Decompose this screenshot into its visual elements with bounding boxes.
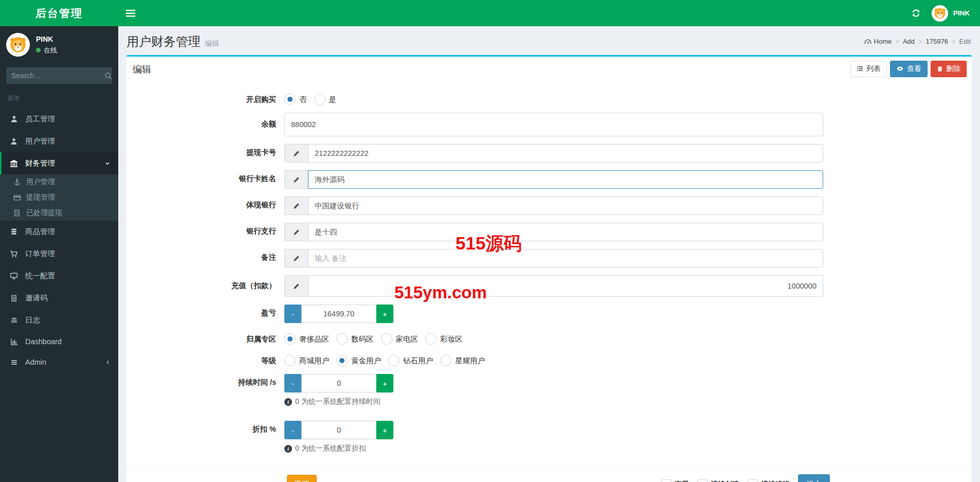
cart-icon <box>9 250 19 258</box>
duration-input[interactable] <box>301 374 376 392</box>
field-label: 体现银行 <box>133 197 284 215</box>
field-label: 等级 <box>133 352 284 366</box>
field-label: 盈亏 <box>133 305 284 323</box>
form-row-branch: 银行支行 <box>133 223 966 241</box>
branch-input[interactable] <box>308 223 823 241</box>
sidebar-item-staff[interactable]: 员工管理 <box>0 108 118 130</box>
radio-option-mall[interactable]: 商城用户 <box>284 355 329 366</box>
radio-option-yes[interactable]: 是 <box>314 94 337 105</box>
sidebar-item-config[interactable]: 统一配置 <box>0 265 118 287</box>
recharge-input[interactable] <box>308 275 823 297</box>
radio-icon <box>284 333 296 345</box>
profit-input[interactable] <box>301 305 376 323</box>
field-label: 归属专区 <box>133 331 284 345</box>
breadcrumb-home[interactable]: Home <box>864 38 892 45</box>
sidebar-item-goods[interactable]: 商品管理 <box>0 221 118 243</box>
plus-button[interactable]: + <box>376 374 393 392</box>
lines-icon <box>9 317 19 324</box>
discount-input[interactable] <box>301 421 376 439</box>
radio-option-appliance[interactable]: 家电区 <box>381 333 419 345</box>
card-no-input[interactable] <box>308 144 823 163</box>
submenu-item-user-finance[interactable]: 用户管理 <box>0 174 118 190</box>
list-button[interactable]: 列表 <box>850 61 887 77</box>
radio-icon <box>336 355 348 366</box>
field-label: 充值（扣款） <box>133 275 284 297</box>
search-input[interactable] <box>11 72 104 80</box>
search-icon[interactable] <box>104 72 112 80</box>
hamburger-icon[interactable] <box>118 0 143 26</box>
info-icon: i <box>284 398 292 406</box>
user-status: 在线 <box>36 46 57 55</box>
submenu-item-withdraw[interactable]: 提现管理 <box>0 190 118 205</box>
navbar-username: PINK <box>953 9 970 17</box>
card-title: 编辑 <box>133 62 151 76</box>
page-subtitle: 编辑 <box>205 39 219 47</box>
anchor-icon <box>13 178 21 186</box>
reset-button[interactable]: 重置 <box>287 475 317 482</box>
refresh-icon[interactable] <box>912 9 920 17</box>
breadcrumb-add[interactable]: Add <box>903 38 915 45</box>
field-label: 银行卡姓名 <box>133 170 284 189</box>
pencil-icon <box>284 275 308 297</box>
user-name: PINK <box>36 35 57 43</box>
duration-stepper: - + <box>284 374 393 392</box>
view-button[interactable]: 查看 <box>890 61 928 77</box>
radio-option-digital[interactable]: 数码区 <box>336 333 374 345</box>
plus-button[interactable]: + <box>376 421 393 439</box>
sidebar-item-logs[interactable]: 日志 <box>0 309 118 331</box>
discount-hint: i 0 为统一系统配置折扣 <box>284 444 823 453</box>
list-bars-icon <box>9 359 19 366</box>
app-window: 后台管理 PINK 在线 <box>0 0 980 482</box>
sidebar-item-invite[interactable]: 邀请码 <box>0 287 118 309</box>
checkbox-continue-create[interactable]: 继续创建 <box>697 479 739 482</box>
sidebar-item-orders[interactable]: 订单管理 <box>0 243 118 265</box>
menu-section-label: 菜单 <box>0 86 118 108</box>
dashboard-gauge-icon <box>864 38 872 45</box>
card-name-input[interactable] <box>308 170 823 189</box>
field-label: 备注 <box>133 249 284 267</box>
radio-option-star[interactable]: 星耀用户 <box>440 355 485 366</box>
sidebar-search <box>6 67 112 84</box>
field-label: 开启购买 <box>133 91 284 105</box>
breadcrumb-id[interactable]: 175976 <box>926 38 948 45</box>
buy-radio-group: 否 是 <box>284 91 823 105</box>
checkbox-continue-edit[interactable]: 继续编辑 <box>748 479 790 482</box>
user-icon <box>9 138 19 145</box>
pencil-icon <box>284 170 308 189</box>
edit-card: 编辑 列表 查看 删除 <box>126 55 972 482</box>
balance-input[interactable] <box>284 113 823 136</box>
finance-submenu: 用户管理 提现管理 已处理提现 <box>0 174 118 221</box>
navbar-user[interactable]: PINK <box>932 5 970 22</box>
staff-icon <box>9 115 19 123</box>
minus-button[interactable]: - <box>284 305 301 323</box>
radio-option-diamond[interactable]: 钻石用户 <box>388 355 433 366</box>
discount-stepper: - + <box>284 421 393 439</box>
minus-button[interactable]: - <box>284 374 301 392</box>
form-row-level: 等级 商城用户 黄金用户 <box>133 352 966 366</box>
radio-option-luxury[interactable]: 奢侈品区 <box>284 333 329 345</box>
pencil-icon <box>284 197 308 215</box>
submenu-item-processed[interactable]: 已处理提现 <box>0 205 118 221</box>
field-label: 余额 <box>133 113 284 136</box>
checkbox-view[interactable]: 查看 <box>661 479 689 482</box>
ledger-icon <box>13 209 21 217</box>
brand-title: 后台管理 <box>0 0 118 26</box>
field-label: 持续时间 /s <box>133 374 284 406</box>
sidebar-item-admin[interactable]: Admin <box>0 352 118 372</box>
minus-button[interactable]: - <box>284 421 301 439</box>
form-row-recharge: 充值（扣款） <box>133 275 966 297</box>
bank-input[interactable] <box>308 197 823 215</box>
sidebar-item-users[interactable]: 用户管理 <box>0 130 118 152</box>
sidebar-item-dashboard[interactable]: Dashboard <box>0 331 118 352</box>
radio-option-gold[interactable]: 黄金用户 <box>336 355 381 366</box>
remark-input[interactable] <box>308 249 823 267</box>
radio-option-no[interactable]: 否 <box>284 94 307 105</box>
submit-button[interactable]: 提交 <box>798 474 830 482</box>
plus-button[interactable]: + <box>376 305 393 323</box>
sidebar-item-finance[interactable]: 财务管理 <box>0 152 118 174</box>
user-avatar <box>6 33 30 57</box>
breadcrumb-current: Edit <box>959 38 971 45</box>
radio-icon <box>425 333 437 345</box>
delete-button[interactable]: 删除 <box>931 61 967 77</box>
radio-option-makeup[interactable]: 彩妆区 <box>425 333 463 345</box>
